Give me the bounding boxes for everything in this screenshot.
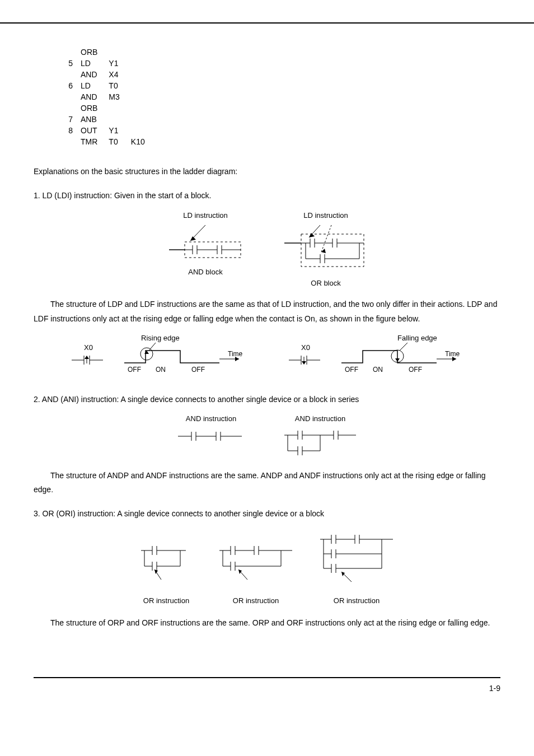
falling-contact-icon: X0 — [287, 338, 326, 371]
svg-marker-1 — [190, 236, 196, 241]
svg-marker-38 — [144, 351, 149, 354]
and-block-icon — [163, 225, 247, 264]
svg-marker-49 — [302, 361, 306, 365]
figure-ld-blocks: LD instruction — [34, 211, 500, 287]
svg-text:OFF: OFF — [345, 366, 358, 374]
or-single-icon-1 — [135, 540, 197, 594]
code-row: 7ANB — [68, 114, 155, 124]
time-label: Time — [228, 350, 243, 358]
svg-marker-34 — [85, 356, 89, 359]
svg-text:OFF: OFF — [128, 366, 141, 374]
svg-text:X0: X0 — [301, 343, 310, 352]
x0-label: X0 — [84, 343, 93, 352]
svg-text:OFF: OFF — [409, 366, 422, 374]
code-row: ORB — [68, 103, 155, 113]
fig1-or-block-label: OR block — [311, 279, 340, 287]
rising-label: Rising edge — [141, 334, 180, 342]
or-block-icon — [281, 225, 371, 276]
fig3-and-label-left: AND instruction — [186, 414, 236, 423]
section-2-title: 2. AND (ANI) instruction: A single devic… — [34, 393, 500, 407]
fig3-and-label-right: AND instruction — [295, 414, 345, 423]
code-row: ORB — [68, 47, 155, 57]
rising-timing-icon: Rising edge Time OFF ON OFF — [119, 334, 247, 376]
svg-text:Time: Time — [445, 350, 460, 358]
falling-label: Falling edge — [397, 334, 437, 342]
figure-edge-timing: X0 Rising edge Time OFF — [34, 334, 500, 376]
section-3-title: 3. OR (ORI) instruction: A single device… — [34, 507, 500, 521]
fig4-or-label-1: OR instruction — [143, 596, 189, 605]
fig4-or-label-3: OR instruction — [334, 596, 380, 605]
section-1-body: The structure of LDP and LDF instruction… — [34, 297, 500, 325]
page-footer: 1-9 — [34, 677, 500, 698]
intro-text: Explanations on the basic structures in … — [34, 165, 500, 179]
svg-marker-53 — [395, 358, 400, 362]
code-row: ANDM3 — [68, 92, 155, 102]
rising-contact-icon: X0 — [69, 338, 109, 371]
section-2-body: The structure of ANDP and ANDF instructi… — [34, 469, 500, 497]
code-row: 8OUTY1 — [68, 125, 155, 136]
svg-text:OFF: OFF — [191, 366, 205, 374]
or-single-icon-2 — [214, 540, 298, 594]
or-block-icon-3 — [315, 529, 399, 594]
code-row: 6LDT0 — [68, 81, 155, 91]
fig1-ld-label-left: LD instruction — [183, 211, 227, 220]
svg-line-13 — [321, 225, 331, 252]
svg-text:ON: ON — [373, 366, 383, 374]
figure-and-instruction: AND instruction AND instruction — [34, 414, 500, 458]
svg-marker-110 — [238, 570, 242, 574]
figure-or-instruction: OR instruction — [34, 529, 500, 605]
and-series-icon — [175, 426, 247, 445]
section-1-title: 1. LD (LDI) instruction: Given in the st… — [34, 189, 500, 203]
svg-marker-132 — [341, 572, 345, 576]
svg-text:ON: ON — [156, 366, 166, 374]
code-row: ANDX4 — [68, 69, 155, 80]
code-row: 5LDY1 — [68, 58, 155, 68]
svg-marker-12 — [309, 233, 315, 237]
fig1-and-block-label: AND block — [188, 268, 222, 276]
falling-timing-icon: Falling edge Time OFF ON OFF — [336, 334, 465, 376]
svg-line-36 — [149, 343, 156, 351]
fig4-or-label-2: OR instruction — [233, 596, 279, 605]
page-content: ORB5LDY1ANDX46LDT0ANDM3ORB7ANB8OUTY1TMRT… — [0, 22, 534, 655]
instruction-list-table: ORB5LDY1ANDX46LDT0ANDM3ORB7ANB8OUTY1TMRT… — [67, 46, 156, 148]
fig1-ld-label-right: LD instruction — [303, 211, 348, 220]
section-3-body: The structure of ORP and ORF instruction… — [34, 616, 500, 630]
code-row: TMRT0K10 — [68, 137, 155, 147]
and-block-series-icon — [281, 426, 359, 458]
page-number: 1-9 — [489, 684, 500, 693]
svg-line-51 — [400, 343, 407, 351]
